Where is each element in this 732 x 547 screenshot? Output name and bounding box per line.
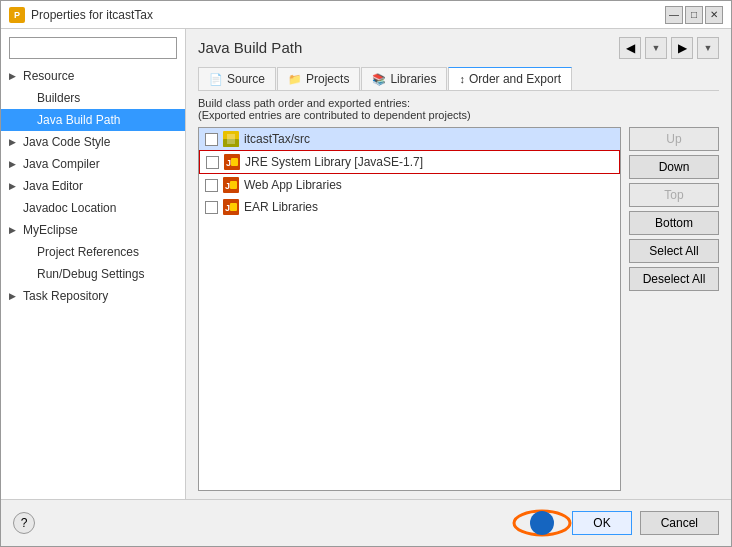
- sidebar-item-label: Java Build Path: [37, 113, 120, 127]
- arrow-icon: ▶: [9, 71, 19, 81]
- svg-rect-11: [230, 203, 237, 211]
- entries-list: itcastTax/src J JRE System Library [Java…: [198, 127, 621, 491]
- entry-item[interactable]: J Web App Libraries: [199, 174, 620, 196]
- right-panel: Java Build Path ◀ ▼ ▶ ▼ 📄 Source 📁 Proje…: [186, 29, 731, 499]
- projects-tab-icon: 📁: [288, 73, 302, 86]
- tab-libraries[interactable]: 📚 Libraries: [361, 67, 447, 90]
- svg-rect-2: [227, 134, 235, 144]
- entry-label: itcastTax/src: [244, 132, 310, 146]
- title-controls: — □ ✕: [665, 6, 723, 24]
- sidebar-item-label: Project References: [37, 245, 139, 259]
- bottom-right-buttons: OK Cancel: [572, 511, 719, 535]
- order-export-tab-icon: ↕: [459, 73, 465, 85]
- sidebar-item-label: Java Editor: [23, 179, 83, 193]
- forward-dropdown[interactable]: ▼: [697, 37, 719, 59]
- tab-libraries-label: Libraries: [390, 72, 436, 86]
- entry-checkbox[interactable]: [206, 156, 219, 169]
- sidebar-item-javadoc-location[interactable]: Javadoc Location: [1, 197, 185, 219]
- description-line2: (Exported entries are contributed to dep…: [198, 109, 719, 121]
- entry-checkbox[interactable]: [205, 179, 218, 192]
- title-bar-left: P Properties for itcastTax: [9, 7, 153, 23]
- toolbar-row: ◀ ▼ ▶ ▼: [619, 37, 719, 59]
- main-content: ▶ Resource Builders Java Build Path ▶ Ja…: [1, 29, 731, 499]
- sidebar-item-label: MyEclipse: [23, 223, 78, 237]
- tab-projects-label: Projects: [306, 72, 349, 86]
- arrow-icon: ▶: [9, 137, 19, 147]
- cancel-button[interactable]: Cancel: [640, 511, 719, 535]
- sidebar-item-resource[interactable]: ▶ Resource: [1, 65, 185, 87]
- entry-icon-ear: J: [223, 199, 239, 215]
- tab-order-export-label: Order and Export: [469, 72, 561, 86]
- libraries-tab-icon: 📚: [372, 73, 386, 86]
- description-line1: Build class path order and exported entr…: [198, 97, 719, 109]
- sidebar-item-project-references[interactable]: Project References: [1, 241, 185, 263]
- tab-source[interactable]: 📄 Source: [198, 67, 276, 90]
- tab-source-label: Source: [227, 72, 265, 86]
- minimize-button[interactable]: —: [665, 6, 683, 24]
- sidebar-item-label: Task Repository: [23, 289, 108, 303]
- entry-label: JRE System Library [JavaSE-1.7]: [245, 155, 423, 169]
- bottom-button[interactable]: Bottom: [629, 211, 719, 235]
- sidebar-item-java-editor[interactable]: ▶ Java Editor: [1, 175, 185, 197]
- description: Build class path order and exported entr…: [198, 97, 719, 121]
- entry-icon-src: [223, 131, 239, 147]
- sidebar-item-java-compiler[interactable]: ▶ Java Compiler: [1, 153, 185, 175]
- tab-order-export[interactable]: ↕ Order and Export: [448, 67, 572, 90]
- eclipse-logo: [512, 508, 572, 538]
- sidebar-item-label: Resource: [23, 69, 74, 83]
- sidebar-item-label: Java Code Style: [23, 135, 110, 149]
- button-group: Up Down Top Bottom Select All Deselect A…: [629, 127, 719, 491]
- sidebar-item-label: Javadoc Location: [23, 201, 116, 215]
- sidebar-item-java-build-path[interactable]: Java Build Path: [1, 109, 185, 131]
- sidebar-item-label: Java Compiler: [23, 157, 100, 171]
- close-button[interactable]: ✕: [705, 6, 723, 24]
- sidebar-item-builders[interactable]: Builders: [1, 87, 185, 109]
- sidebar-item-run-debug[interactable]: Run/Debug Settings: [1, 263, 185, 285]
- window-icon: P: [9, 7, 25, 23]
- entry-icon-jre: J: [224, 154, 240, 170]
- search-input[interactable]: [9, 37, 177, 59]
- sidebar-item-task-repository[interactable]: ▶ Task Repository: [1, 285, 185, 307]
- help-button[interactable]: ?: [13, 512, 35, 534]
- down-button[interactable]: Down: [629, 155, 719, 179]
- entry-label: EAR Libraries: [244, 200, 318, 214]
- maximize-button[interactable]: □: [685, 6, 703, 24]
- back-dropdown[interactable]: ▼: [645, 37, 667, 59]
- svg-rect-8: [230, 181, 237, 189]
- top-button[interactable]: Top: [629, 183, 719, 207]
- deselect-all-button[interactable]: Deselect All: [629, 267, 719, 291]
- svg-text:J: J: [226, 158, 231, 168]
- up-button[interactable]: Up: [629, 127, 719, 151]
- window-title: Properties for itcastTax: [31, 8, 153, 22]
- ok-button[interactable]: OK: [572, 511, 631, 535]
- svg-text:J: J: [225, 181, 230, 191]
- entry-item[interactable]: J EAR Libraries: [199, 196, 620, 218]
- tabs-row: 📄 Source 📁 Projects 📚 Libraries ↕ Order …: [198, 67, 719, 91]
- tab-projects[interactable]: 📁 Projects: [277, 67, 360, 90]
- arrow-icon: ▶: [9, 159, 19, 169]
- panel-body: itcastTax/src J JRE System Library [Java…: [198, 127, 719, 491]
- arrow-icon: ▶: [9, 291, 19, 301]
- svg-text:J: J: [225, 203, 230, 213]
- sidebar-item-myeclipse[interactable]: ▶ MyEclipse: [1, 219, 185, 241]
- sidebar: ▶ Resource Builders Java Build Path ▶ Ja…: [1, 29, 186, 499]
- select-all-button[interactable]: Select All: [629, 239, 719, 263]
- arrow-icon: ▶: [9, 225, 19, 235]
- entry-label: Web App Libraries: [244, 178, 342, 192]
- entry-icon-webapp: J: [223, 177, 239, 193]
- entry-item[interactable]: itcastTax/src: [199, 128, 620, 150]
- entry-checkbox[interactable]: [205, 133, 218, 146]
- sidebar-item-java-code-style[interactable]: ▶ Java Code Style: [1, 131, 185, 153]
- arrow-icon: ▶: [9, 181, 19, 191]
- sidebar-item-label: Builders: [37, 91, 80, 105]
- entry-checkbox[interactable]: [205, 201, 218, 214]
- svg-rect-5: [231, 158, 238, 166]
- back-button[interactable]: ◀: [619, 37, 641, 59]
- entry-item[interactable]: J JRE System Library [JavaSE-1.7]: [199, 150, 620, 174]
- sidebar-item-label: Run/Debug Settings: [37, 267, 144, 281]
- forward-button[interactable]: ▶: [671, 37, 693, 59]
- title-bar: P Properties for itcastTax — □ ✕: [1, 1, 731, 29]
- search-box: [9, 37, 177, 59]
- bottom-bar: ? OK Cancel: [1, 499, 731, 546]
- source-tab-icon: 📄: [209, 73, 223, 86]
